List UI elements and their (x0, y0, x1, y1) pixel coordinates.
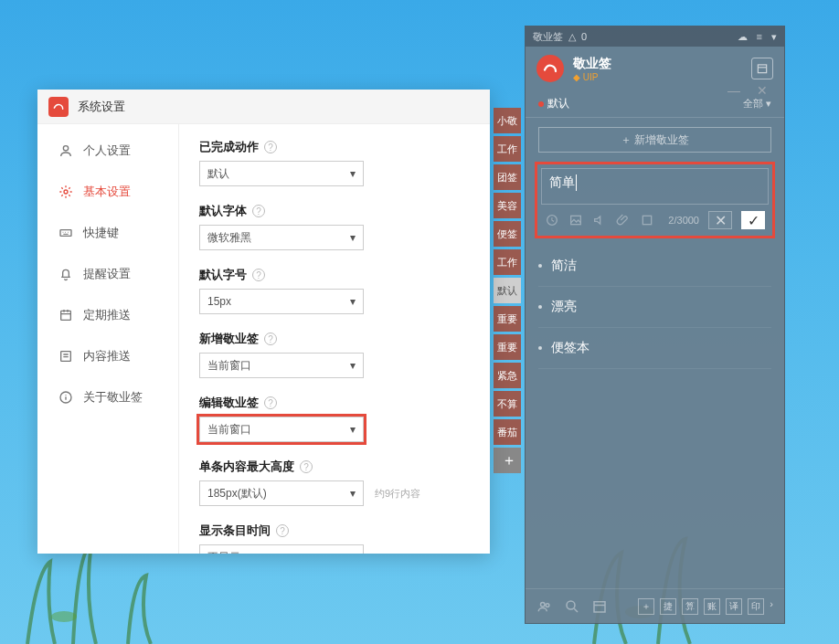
char-counter: 2/3000 (668, 215, 699, 226)
tag[interactable]: 美容 (494, 193, 521, 218)
app-footer: ＋ 捷 算 账 译 印 › (526, 588, 784, 623)
select-edit-note[interactable]: 当前窗口▾ (199, 417, 364, 442)
footer-sq-account[interactable]: 账 (704, 598, 720, 615)
sidebar-label: 快捷键 (83, 225, 119, 241)
sidebar-item-content[interactable]: 内容推送 (37, 335, 178, 376)
fullscreen-icon[interactable] (640, 213, 654, 227)
tag[interactable]: 工作 (494, 249, 521, 275)
editor-confirm-button[interactable]: ✓ (741, 211, 765, 229)
tag[interactable]: 重要 (494, 334, 521, 360)
footer-sq-shortcut[interactable]: 捷 (660, 598, 676, 615)
tag-add[interactable]: ＋ (494, 448, 521, 473)
chevron-down-icon: ▾ (350, 487, 356, 500)
label-add-note: 新增敬业签 (199, 331, 259, 347)
tag[interactable]: 不算 (494, 391, 521, 417)
select-done-action[interactable]: 默认▾ (199, 161, 364, 186)
bell-icon (58, 266, 74, 282)
contacts-icon[interactable] (536, 598, 553, 615)
svg-point-12 (541, 602, 546, 607)
caret-down-icon[interactable]: ▾ (771, 31, 777, 43)
notification-count: 0 (581, 31, 587, 42)
calendar-small-icon[interactable] (591, 598, 608, 615)
svg-rect-15 (594, 601, 605, 611)
attachment-icon[interactable] (616, 213, 631, 227)
image-icon[interactable] (568, 213, 583, 227)
svg-rect-5 (61, 311, 71, 320)
select-max-height[interactable]: 185px(默认)▾ (199, 480, 364, 506)
vip-badge: ◆ UIP (573, 72, 611, 82)
chevron-down-icon: ▾ (350, 167, 356, 180)
label-max-height: 单条内容最大高度 (199, 459, 294, 475)
help-icon[interactable]: ? (252, 269, 265, 281)
tag[interactable]: 团签 (494, 164, 521, 190)
note-editor-highlight: 简单 2/3000 ✕ ✓ (535, 162, 775, 238)
tag[interactable]: 番茄 (494, 419, 521, 445)
schedule-icon (58, 307, 74, 323)
calendar-button[interactable] (751, 58, 773, 79)
svg-point-0 (51, 611, 77, 622)
app-brand-name: 敬业签 (573, 56, 611, 72)
select-show-time[interactable]: 不显示▾ (199, 544, 364, 554)
help-icon[interactable]: ? (264, 141, 277, 153)
svg-point-14 (567, 601, 575, 609)
sidebar-item-about[interactable]: 关于敬业签 (37, 376, 178, 417)
settings-sidebar: 个人设置 基本设置 快捷键 提醒设置 定期推送 内容推送 (37, 124, 179, 554)
label-font-size: 默认字号 (199, 267, 247, 283)
tag[interactable]: 小敬 (494, 108, 521, 133)
app-window: 敬业签 △ 0 ☁ ≡ ▾ 敬业签 ◆ UIP — ✕ 默认 全部▾ ＋ 新增敬… (525, 26, 785, 624)
svg-point-13 (546, 603, 549, 607)
select-font[interactable]: 微软雅黑▾ (199, 225, 364, 250)
help-icon[interactable]: ? (276, 524, 289, 537)
svg-point-3 (64, 190, 68, 194)
footer-sq-translate[interactable]: 译 (726, 598, 742, 615)
cloud-icon[interactable]: ☁ (738, 31, 748, 43)
select-add-note[interactable]: 当前窗口▾ (199, 353, 364, 378)
footer-sq-print[interactable]: 印 (748, 598, 764, 615)
dot-icon (538, 101, 544, 107)
sound-icon[interactable] (592, 213, 607, 227)
tag[interactable]: 重要 (494, 306, 521, 332)
close-button[interactable]: ✕ (757, 83, 768, 98)
help-icon[interactable]: ? (300, 460, 313, 473)
chevron-down-icon: ▾ (350, 231, 356, 244)
sidebar-label: 定期推送 (83, 307, 131, 323)
menu-icon[interactable]: ≡ (757, 31, 762, 43)
settings-title-text: 系统设置 (78, 99, 125, 115)
text-cursor (576, 174, 577, 191)
chevron-right-icon[interactable]: › (770, 598, 773, 615)
note-item[interactable]: 漂亮 (538, 287, 771, 328)
tag[interactable]: 便签 (494, 221, 521, 247)
label-edit-note: 编辑敬业签 (199, 395, 259, 411)
help-icon[interactable]: ? (264, 396, 277, 409)
add-note-button[interactable]: ＋ 新增敬业签 (538, 127, 771, 153)
note-editor-input[interactable]: 简单 (541, 168, 769, 205)
sidebar-item-shortcut[interactable]: 快捷键 (37, 212, 178, 253)
footer-sq-calc[interactable]: 算 (682, 598, 698, 615)
editor-cancel-button[interactable]: ✕ (708, 211, 732, 229)
tag[interactable]: 紧急 (494, 363, 521, 388)
minimize-button[interactable]: — (727, 83, 740, 98)
svg-rect-4 (60, 229, 71, 236)
tab-default[interactable]: 默认 (538, 96, 569, 111)
tag[interactable]: 工作 (494, 136, 521, 162)
note-item[interactable]: 简洁 (538, 246, 771, 287)
select-font-size[interactable]: 15px▾ (199, 289, 364, 314)
sidebar-item-reminder[interactable]: 提醒设置 (37, 253, 178, 294)
sidebar-item-basic[interactable]: 基本设置 (37, 171, 178, 212)
note-list: 简洁 漂亮 便签本 (526, 246, 784, 369)
bullet-icon (538, 264, 542, 268)
sidebar-item-personal[interactable]: 个人设置 (37, 130, 178, 171)
person-icon (58, 143, 74, 159)
footer-sq-add[interactable]: ＋ (638, 598, 654, 615)
bell-small-icon: △ (568, 31, 576, 43)
sidebar-label: 关于敬业签 (83, 389, 143, 406)
clock-icon[interactable] (545, 213, 559, 227)
help-icon[interactable]: ? (264, 333, 277, 345)
tag-active[interactable]: 默认 (494, 278, 521, 303)
label-done-action: 已完成动作 (199, 139, 259, 155)
note-item[interactable]: 便签本 (538, 328, 771, 369)
sidebar-item-schedule[interactable]: 定期推送 (37, 294, 178, 335)
search-icon[interactable] (564, 598, 580, 615)
help-icon[interactable]: ? (252, 205, 265, 217)
settings-titlebar: 系统设置 (37, 90, 490, 124)
